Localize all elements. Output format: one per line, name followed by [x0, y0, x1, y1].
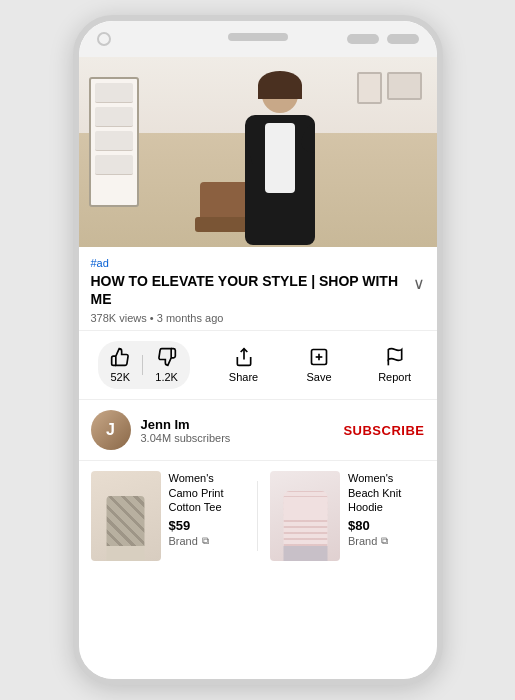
- like-dislike-group: 52K 1.2K: [98, 341, 190, 389]
- phone-top-bar: [79, 21, 437, 57]
- phone-frame: #ad HOW TO ELEVATE YOUR STYLE | SHOP WIT…: [73, 15, 443, 685]
- flag-icon: [385, 347, 405, 367]
- video-info-section: #ad HOW TO ELEVATE YOUR STYLE | SHOP WIT…: [79, 247, 437, 331]
- person-head: [262, 77, 298, 113]
- subscribe-button[interactable]: SUBSCRIBE: [343, 423, 424, 438]
- share-label: Share: [229, 371, 258, 383]
- person-body: [245, 115, 315, 205]
- save-label: Save: [307, 371, 332, 383]
- shelf-item: [95, 131, 133, 151]
- report-label: Report: [378, 371, 411, 383]
- video-title: HOW TO ELEVATE YOUR STYLE | SHOP WITH ME: [91, 272, 405, 308]
- shelf-item: [95, 107, 133, 127]
- product-brand-row-2: Brand ⧉: [348, 535, 425, 547]
- video-background: [79, 57, 437, 247]
- tee-pants: [107, 546, 145, 561]
- like-button[interactable]: 52K: [98, 341, 142, 389]
- video-title-row: HOW TO ELEVATE YOUR STYLE | SHOP WITH ME…: [91, 272, 425, 308]
- shelf-item: [95, 83, 133, 103]
- external-link-icon-1: ⧉: [202, 535, 209, 547]
- ad-tag: #ad: [91, 257, 425, 269]
- channel-info: Jenn Im 3.04M subscribers: [141, 417, 344, 444]
- wall-art-1: [387, 72, 422, 100]
- product-details-1: Women's Camo Print Cotton Tee $59 Brand …: [169, 471, 246, 561]
- product-price-1: $59: [169, 518, 246, 533]
- channel-name[interactable]: Jenn Im: [141, 417, 344, 432]
- channel-subscribers: 3.04M subscribers: [141, 432, 344, 444]
- product-card-2[interactable]: Women's Beach Knit Hoodie $80 Brand ⧉: [270, 471, 425, 561]
- product-figure-1: [98, 476, 153, 561]
- product-card-1[interactable]: Women's Camo Print Cotton Tee $59 Brand …: [91, 471, 246, 561]
- phone-btn-2: [387, 34, 419, 44]
- person-figure: [225, 77, 335, 237]
- product-details-2: Women's Beach Knit Hoodie $80 Brand ⧉: [348, 471, 425, 561]
- product-brand-row-1: Brand ⧉: [169, 535, 246, 547]
- product-price-2: $80: [348, 518, 425, 533]
- video-thumbnail[interactable]: [79, 57, 437, 247]
- dislike-button[interactable]: 1.2K: [143, 341, 190, 389]
- avatar-initial: J: [106, 421, 115, 439]
- phone-content: #ad HOW TO ELEVATE YOUR STYLE | SHOP WIT…: [79, 57, 437, 679]
- thumbs-down-icon: [157, 347, 177, 367]
- person-legs: [245, 205, 315, 245]
- like-count: 52K: [110, 371, 130, 383]
- avatar[interactable]: J: [91, 410, 131, 450]
- shelf-item: [95, 155, 133, 175]
- external-link-icon-2: ⧉: [381, 535, 388, 547]
- thumbs-up-icon: [110, 347, 130, 367]
- report-button[interactable]: Report: [373, 347, 417, 383]
- product-brand-1: Brand: [169, 535, 198, 547]
- product-name-2: Women's Beach Knit Hoodie: [348, 471, 425, 514]
- product-image-1: [91, 471, 161, 561]
- dislike-count: 1.2K: [155, 371, 178, 383]
- save-button[interactable]: Save: [297, 347, 341, 383]
- person-arm-right: [297, 115, 315, 156]
- phone-speaker: [228, 33, 288, 41]
- channel-row: J Jenn Im 3.04M subscribers SUBSCRIBE: [79, 400, 437, 461]
- share-icon: [234, 347, 254, 367]
- shelf-unit: [89, 77, 139, 207]
- hoodie-pants: [283, 546, 327, 561]
- person-hair: [258, 71, 302, 99]
- phone-camera: [97, 32, 111, 46]
- person-arm-left: [245, 115, 254, 177]
- products-divider: [257, 481, 258, 551]
- phone-buttons: [347, 34, 419, 44]
- hoodie-body: [283, 491, 327, 546]
- share-button[interactable]: Share: [222, 347, 266, 383]
- phone-btn-1: [347, 34, 379, 44]
- chevron-down-icon[interactable]: ∨: [413, 272, 425, 293]
- hoodie-sleeves: [283, 497, 327, 519]
- action-bar: 52K 1.2K Share: [79, 331, 437, 400]
- products-section: Women's Camo Print Cotton Tee $59 Brand …: [79, 461, 437, 571]
- save-icon: [309, 347, 329, 367]
- person-shirt: [265, 123, 295, 193]
- product-figure-2: [278, 476, 333, 561]
- product-name-1: Women's Camo Print Cotton Tee: [169, 471, 246, 514]
- video-meta: 378K views • 3 months ago: [91, 312, 425, 324]
- tee-pattern: [107, 496, 145, 546]
- product-image-2: [270, 471, 340, 561]
- product-brand-2: Brand: [348, 535, 377, 547]
- wall-art-2: [357, 72, 382, 104]
- tee-body: [107, 496, 145, 546]
